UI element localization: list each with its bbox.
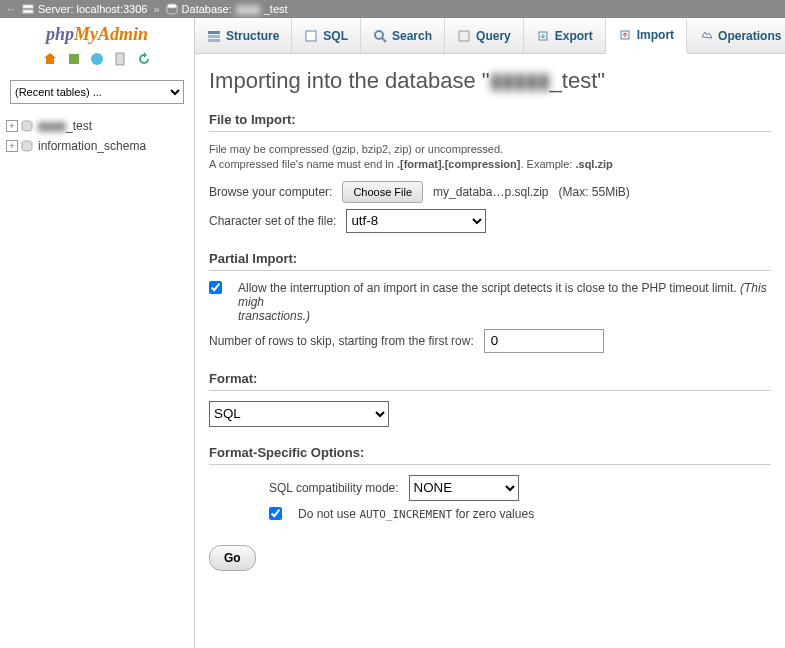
svg-rect-14: [459, 31, 469, 41]
breadcrumb-db[interactable]: Database: ▮▮▮▮_test: [162, 3, 292, 16]
svg-line-13: [382, 38, 386, 42]
section-file-to-import: File to Import:: [209, 112, 771, 127]
skip-rows-input[interactable]: [484, 329, 604, 353]
import-icon: [618, 28, 632, 42]
logo-part2: MyAdmin: [74, 24, 148, 44]
compat-label: SQL compatibility mode:: [269, 481, 399, 495]
breadcrumb-sep: »: [151, 3, 161, 15]
sql-icon: [304, 29, 318, 43]
page-body: Importing into the database "▮▮▮▮▮_test"…: [195, 54, 785, 648]
db-name-blur: ▮▮▮▮: [38, 119, 66, 133]
db-name: information_schema: [38, 139, 146, 153]
query-icon: [457, 29, 471, 43]
chosen-file-name: my_databa…p.sql.zip: [433, 185, 548, 199]
server-icon: [22, 3, 34, 15]
charset-select[interactable]: utf-8: [346, 209, 486, 233]
tab-search[interactable]: Search: [361, 18, 445, 53]
recent-tables-select[interactable]: (Recent tables) ...: [10, 80, 184, 104]
database-icon: [166, 3, 178, 15]
tab-operations[interactable]: Operations: [687, 18, 785, 53]
divider: [209, 270, 771, 271]
svg-rect-0: [23, 5, 33, 8]
database-tree: + ▮▮▮▮_test + information_schema: [0, 110, 194, 156]
divider: [209, 131, 771, 132]
svg-point-4: [91, 53, 103, 65]
page-title: Importing into the database "▮▮▮▮▮_test": [209, 68, 771, 94]
database-icon: [20, 119, 34, 133]
db-item[interactable]: + ▮▮▮▮_test: [4, 116, 194, 136]
svg-rect-10: [208, 39, 220, 42]
compat-select[interactable]: NONE: [409, 475, 519, 501]
tab-import[interactable]: Import: [606, 19, 687, 54]
query-icon[interactable]: [89, 51, 105, 67]
home-icon[interactable]: [42, 51, 58, 67]
tabs: Structure SQL Search Query Export Import…: [195, 18, 785, 54]
tab-sql[interactable]: SQL: [292, 18, 361, 53]
skip-rows-row: Number of rows to skip, starting from th…: [209, 329, 771, 353]
logout-icon[interactable]: [66, 51, 82, 67]
allow-interrupt-checkbox[interactable]: [209, 281, 222, 294]
breadcrumb-db-suffix: _test: [264, 3, 288, 15]
section-partial-import: Partial Import:: [209, 251, 771, 266]
nav-back-icon[interactable]: ←: [4, 3, 18, 15]
breadcrumb-bar: ← Server: localhost:3306 » Database: ▮▮▮…: [0, 0, 785, 18]
browse-label: Browse your computer:: [209, 185, 332, 199]
section-format-options: Format-Specific Options:: [209, 445, 771, 460]
database-icon: [20, 139, 34, 153]
docs-icon[interactable]: [112, 51, 128, 67]
svg-rect-8: [208, 31, 220, 34]
db-item[interactable]: + information_schema: [4, 136, 194, 156]
svg-rect-11: [306, 31, 316, 41]
breadcrumb-db-blur: ▮▮▮▮: [236, 3, 260, 16]
compress-note: File may be compressed (gzip, bzip2, zip…: [209, 142, 771, 173]
svg-rect-5: [116, 53, 124, 65]
charset-row: Character set of the file: utf-8: [209, 209, 771, 233]
content: Structure SQL Search Query Export Import…: [195, 18, 785, 648]
tab-export[interactable]: Export: [524, 18, 606, 53]
expand-icon[interactable]: +: [6, 120, 18, 132]
svg-rect-1: [23, 10, 33, 13]
operations-icon: [699, 29, 713, 43]
format-row: SQL: [209, 401, 771, 427]
db-name-suffix: _test: [66, 119, 92, 133]
recent-tables: (Recent tables) ...: [0, 74, 194, 110]
charset-label: Character set of the file:: [209, 214, 336, 228]
skip-label: Number of rows to skip, starting from th…: [209, 334, 474, 348]
reload-icon[interactable]: [136, 51, 152, 67]
divider: [209, 390, 771, 391]
autoinc-row: Do not use AUTO_INCREMENT for zero value…: [269, 507, 771, 521]
section-format: Format:: [209, 371, 771, 386]
expand-icon[interactable]: +: [6, 140, 18, 152]
format-select[interactable]: SQL: [209, 401, 389, 427]
go-button[interactable]: Go: [209, 545, 256, 571]
allow-interrupt-row: Allow the interruption of an import in c…: [209, 281, 771, 323]
browse-row: Browse your computer: Choose File my_dat…: [209, 181, 771, 203]
compat-row: SQL compatibility mode: NONE: [269, 475, 771, 501]
search-icon: [373, 29, 387, 43]
export-icon: [536, 29, 550, 43]
logo[interactable]: phpMyAdmin: [0, 18, 194, 47]
logo-part1: php: [46, 24, 74, 44]
breadcrumb-db-prefix: Database:: [182, 3, 232, 15]
breadcrumb-server[interactable]: Server: localhost:3306: [18, 3, 151, 15]
sidebar: phpMyAdmin (Recent tables) ... + ▮▮▮▮_te…: [0, 18, 195, 648]
max-size: (Max: 55MiB): [559, 185, 630, 199]
choose-file-button[interactable]: Choose File: [342, 181, 423, 203]
tab-query[interactable]: Query: [445, 18, 524, 53]
structure-icon: [207, 29, 221, 43]
autoinc-checkbox[interactable]: [269, 507, 282, 520]
divider: [209, 464, 771, 465]
tab-structure[interactable]: Structure: [195, 18, 292, 53]
svg-rect-3: [69, 54, 79, 64]
breadcrumb-server-label: Server: localhost:3306: [38, 3, 147, 15]
svg-rect-9: [208, 35, 220, 38]
svg-point-2: [167, 4, 177, 8]
svg-point-12: [375, 31, 383, 39]
sidebar-toolbar: [0, 47, 194, 74]
